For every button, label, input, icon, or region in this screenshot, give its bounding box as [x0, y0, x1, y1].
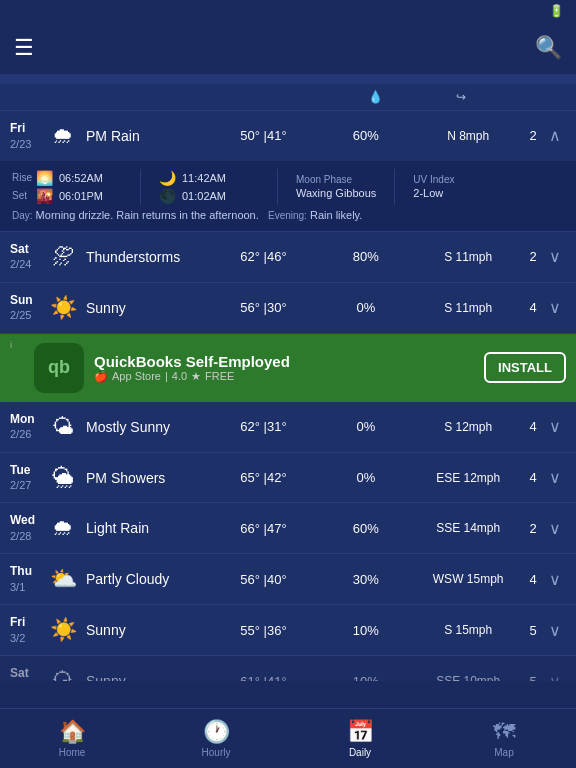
precip-col: 10% [317, 674, 414, 681]
expand-icon[interactable]: ∨ [544, 468, 566, 487]
wind-col: SSE 10mph [414, 674, 522, 681]
uv-col: 4 [522, 419, 544, 434]
condition-text: Partly Cloudy [86, 571, 169, 587]
forecast-main-row[interactable]: Wed 2/28 🌧 Light Rain 66° |47° 60% SSE 1… [0, 503, 576, 553]
expand-icon[interactable]: ∨ [544, 570, 566, 589]
forecast-row[interactable]: Sat 3/3 🌤 Sunny 61° |41° 10% SSE 10mph 5… [0, 656, 576, 681]
app-logo [34, 39, 535, 57]
day-col: Sun 2/25 [10, 293, 48, 323]
tab-bar: 🏠 Home 🕐 Hourly 📅 Daily 🗺 Map [0, 708, 576, 768]
forecast-main-row[interactable]: Sat 2/24 ⛈ Thunderstorms 62° |46° 80% S … [0, 232, 576, 282]
uv-col: 5 [522, 674, 544, 681]
daily-icon: 📅 [347, 719, 374, 745]
precip-col: 0% [317, 470, 414, 485]
condition-text: PM Showers [86, 470, 165, 486]
hilo-col: 56° |40° [210, 572, 318, 587]
day-col: Fri 3/2 [10, 615, 48, 645]
hilo-col: 66° |47° [210, 521, 318, 536]
condition-col: 🌦 PM Showers [48, 465, 210, 491]
precip-col: 60% [317, 128, 414, 143]
hilo-col: 56° |30° [210, 300, 318, 315]
wind-col: WSW 15mph [414, 572, 522, 586]
col-precip-header: 💧 [335, 90, 416, 104]
wind-col: S 11mph [414, 250, 522, 264]
expand-icon[interactable]: ∨ [544, 417, 566, 436]
day-col: Wed 2/28 [10, 513, 48, 543]
uv-col: 2 [522, 249, 544, 264]
weather-icon: 🌧 [48, 515, 78, 541]
weather-icon: ☀️ [48, 295, 78, 321]
tab-hourly[interactable]: 🕐 Hourly [144, 709, 288, 768]
condition-text: Mostly Sunny [86, 419, 170, 435]
day-col: Fri 2/23 [10, 121, 48, 151]
main-content: Fri 2/23 🌧 PM Rain 50° |41° 60% N 8mph 2… [0, 111, 576, 681]
uv-index-section: UV Index 2-Low [413, 174, 454, 199]
expand-icon[interactable]: ∨ [544, 298, 566, 317]
forecast-row[interactable]: Sat 2/24 ⛈ Thunderstorms 62° |46° 80% S … [0, 232, 576, 283]
expand-icon[interactable]: ∨ [544, 621, 566, 640]
day-desc: Day: Morning drizzle. Rain returns in th… [12, 209, 564, 221]
condition-col: ☀️ Sunny [48, 295, 210, 321]
hilo-col: 62° |46° [210, 249, 318, 264]
hourly-icon: 🕐 [203, 719, 230, 745]
expand-icon[interactable]: ∨ [544, 247, 566, 266]
wind-col: N 8mph [414, 129, 522, 143]
hilo-col: 65° |42° [210, 470, 318, 485]
forecast-main-row[interactable]: Fri 2/23 🌧 PM Rain 50° |41° 60% N 8mph 2… [0, 111, 576, 161]
expand-icon[interactable]: ∧ [544, 126, 566, 145]
ad-banner: i qb QuickBooks Self-Employed 🍎 App Stor… [0, 334, 576, 402]
wind-col: S 11mph [414, 301, 522, 315]
uv-col: 2 [522, 128, 544, 143]
search-icon[interactable]: 🔍 [535, 35, 562, 61]
forecast-row[interactable]: Wed 2/28 🌧 Light Rain 66° |47° 60% SSE 1… [0, 503, 576, 554]
location-bar [0, 74, 576, 84]
wind-col: SSE 14mph [414, 521, 522, 535]
forecast-main-row[interactable]: Sat 3/3 🌤 Sunny 61° |41° 10% SSE 10mph 5… [0, 656, 576, 681]
condition-col: ⛅ Partly Cloudy [48, 566, 210, 592]
condition-col: 🌤 Sunny [48, 668, 210, 681]
forecast-main-row[interactable]: Thu 3/1 ⛅ Partly Cloudy 56° |40° 30% WSW… [0, 554, 576, 604]
tab-daily[interactable]: 📅 Daily [288, 709, 432, 768]
wind-col: S 12mph [414, 420, 522, 434]
ad-title: QuickBooks Self-Employed [94, 353, 474, 370]
condition-text: Light Rain [86, 520, 149, 536]
precip-col: 0% [317, 419, 414, 434]
condition-text: Sunny [86, 622, 126, 638]
day-col: Thu 3/1 [10, 564, 48, 594]
menu-icon[interactable]: ☰ [14, 35, 34, 61]
ad-install-button[interactable]: INSTALL [484, 352, 566, 383]
tab-map[interactable]: 🗺 Map [432, 709, 576, 768]
weather-icon: ⛅ [48, 566, 78, 592]
column-headers: 💧 ↪ [0, 84, 576, 111]
precip-col: 80% [317, 249, 414, 264]
wind-col: ESE 12mph [414, 471, 522, 485]
forecast-row[interactable]: Tue 2/27 🌦 PM Showers 65° |42° 0% ESE 12… [0, 453, 576, 504]
forecast-row[interactable]: Fri 3/2 ☀️ Sunny 55° |36° 10% S 15mph 5 … [0, 605, 576, 656]
condition-text: Sunny [86, 673, 126, 681]
day-col: Sat 3/3 [10, 666, 48, 681]
wind-col: S 15mph [414, 623, 522, 637]
condition-col: ☀️ Sunny [48, 617, 210, 643]
forecast-main-row[interactable]: Fri 3/2 ☀️ Sunny 55° |36° 10% S 15mph 5 … [0, 605, 576, 655]
ad-icon: qb [34, 343, 84, 393]
uv-col: 4 [522, 300, 544, 315]
forecast-row[interactable]: Thu 3/1 ⛅ Partly Cloudy 56° |40° 30% WSW… [0, 554, 576, 605]
forecast-row[interactable]: Sun 2/25 ☀️ Sunny 56° |30° 0% S 11mph 4 … [0, 283, 576, 334]
day-col: Tue 2/27 [10, 463, 48, 493]
weather-icon: 🌧 [48, 123, 78, 149]
forecast-main-row[interactable]: Tue 2/27 🌦 PM Showers 65° |42° 0% ESE 12… [0, 453, 576, 503]
hourly-label: Hourly [202, 747, 231, 758]
weather-icon: 🌤 [48, 414, 78, 440]
tab-home[interactable]: 🏠 Home [0, 709, 144, 768]
hilo-col: 62° |31° [210, 419, 318, 434]
forecast-row[interactable]: Fri 2/23 🌧 PM Rain 50° |41° 60% N 8mph 2… [0, 111, 576, 232]
expand-icon[interactable]: ∨ [544, 519, 566, 538]
expand-icon[interactable]: ∨ [544, 672, 566, 681]
forecast-main-row[interactable]: Mon 2/26 🌤 Mostly Sunny 62° |31° 0% S 12… [0, 402, 576, 452]
hilo-col: 61° |41° [210, 674, 318, 681]
forecast-main-row[interactable]: Sun 2/25 ☀️ Sunny 56° |30° 0% S 11mph 4 … [0, 283, 576, 333]
condition-text: Sunny [86, 300, 126, 316]
weather-icon: ☀️ [48, 617, 78, 643]
forecast-row[interactable]: Mon 2/26 🌤 Mostly Sunny 62° |31° 0% S 12… [0, 402, 576, 453]
battery-label: 🔋 [549, 4, 564, 18]
